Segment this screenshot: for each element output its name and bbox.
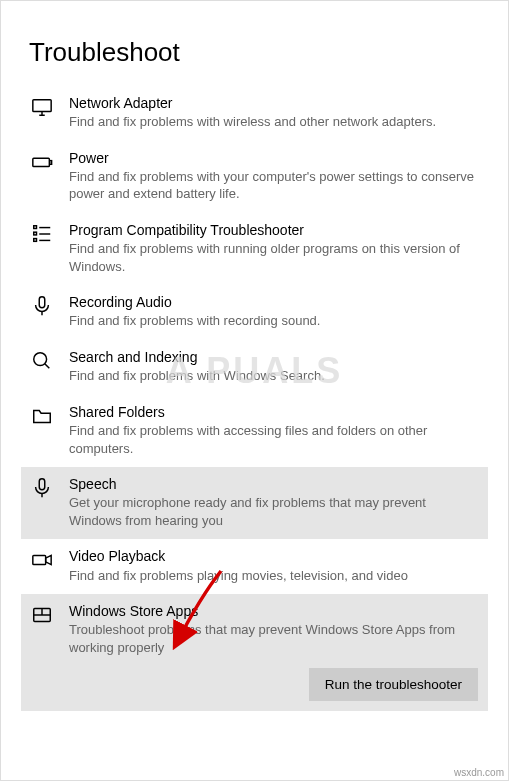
item-desc: Find and fix problems playing movies, te… (69, 567, 478, 585)
svg-point-13 (34, 353, 47, 366)
svg-line-14 (45, 364, 50, 369)
svg-rect-17 (33, 556, 46, 565)
svg-rect-9 (34, 232, 37, 235)
item-desc: Find and fix problems with accessing fil… (69, 422, 478, 457)
apps-icon (29, 602, 55, 628)
svg-rect-0 (33, 100, 51, 112)
microphone-icon (29, 293, 55, 319)
item-title: Speech (69, 475, 478, 493)
item-desc: Find and fix problems with running older… (69, 240, 478, 275)
footer-source: wsxdn.com (454, 767, 504, 778)
item-title: Program Compatibility Troubleshooter (69, 221, 478, 239)
page-title: Troubleshoot (29, 37, 488, 68)
battery-icon (29, 149, 55, 175)
item-desc: Find and fix problems with Windows Searc… (69, 367, 478, 385)
item-search-indexing[interactable]: Search and Indexing Find and fix problem… (21, 340, 488, 395)
item-program-compatibility[interactable]: Program Compatibility Troubleshooter Fin… (21, 213, 488, 285)
item-desc: Find and fix problems with your computer… (69, 168, 478, 203)
svg-rect-3 (33, 158, 50, 166)
item-title: Network Adapter (69, 94, 478, 112)
troubleshooter-list: Network Adapter Find and fix problems wi… (21, 86, 488, 711)
item-power[interactable]: Power Find and fix problems with your co… (21, 141, 488, 213)
item-desc: Get your microphone ready and fix proble… (69, 494, 478, 529)
folder-icon (29, 403, 55, 429)
checklist-icon (29, 221, 55, 247)
video-camera-icon (29, 547, 55, 573)
microphone-icon (29, 475, 55, 501)
item-recording-audio[interactable]: Recording Audio Find and fix problems wi… (21, 285, 488, 340)
svg-rect-8 (34, 226, 37, 229)
item-windows-store-apps[interactable]: Windows Store Apps Troubleshoot problems… (21, 594, 488, 666)
item-desc: Troubleshoot problems that may prevent W… (69, 621, 478, 656)
item-network-adapter[interactable]: Network Adapter Find and fix problems wi… (21, 86, 488, 141)
item-title: Power (69, 149, 478, 167)
item-shared-folders[interactable]: Shared Folders Find and fix problems wit… (21, 395, 488, 467)
item-video-playback[interactable]: Video Playback Find and fix problems pla… (21, 539, 488, 594)
svg-rect-4 (50, 160, 52, 164)
item-speech[interactable]: Speech Get your microphone ready and fix… (21, 467, 488, 539)
item-title: Search and Indexing (69, 348, 478, 366)
item-title: Shared Folders (69, 403, 478, 421)
item-desc: Find and fix problems with wireless and … (69, 113, 478, 131)
item-desc: Find and fix problems with recording sou… (69, 312, 478, 330)
svg-rect-10 (34, 239, 37, 242)
run-troubleshooter-button[interactable]: Run the troubleshooter (309, 668, 478, 701)
item-title: Windows Store Apps (69, 602, 478, 620)
item-title: Recording Audio (69, 293, 478, 311)
svg-rect-15 (39, 479, 45, 490)
run-button-row: Run the troubleshooter (21, 664, 488, 711)
svg-rect-11 (39, 297, 45, 308)
item-title: Video Playback (69, 547, 478, 565)
search-icon (29, 348, 55, 374)
monitor-icon (29, 94, 55, 120)
